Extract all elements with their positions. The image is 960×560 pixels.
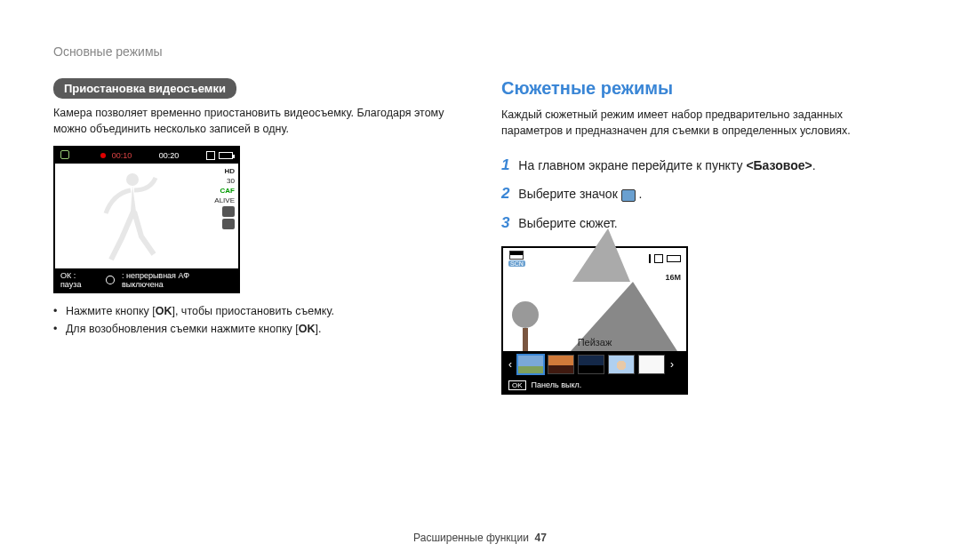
record-dot-icon [100,153,106,158]
bullet-2-text: Для возобновления съемки нажмите кнопку … [66,323,299,335]
section-title: Сюжетные режимы [501,78,907,99]
time-elapsed: 00:10 [112,151,132,160]
step-1-text: На главном экране перейдите к пункту [518,158,746,172]
video-preview: HD 30 CAF ALIVE [55,164,238,268]
left-bullets: Нажмите кнопку [OK], чтобы приостановить… [53,302,459,338]
scn-mode-tag: SCN [508,251,525,267]
time-remaining: 00:20 [159,151,180,160]
step-2: 2 Выберите значок . [501,180,907,208]
section-title-pill: Приостановка видеосъемки [53,78,236,99]
hd-badge: HD [224,167,235,175]
scene-thumb-night[interactable] [578,355,604,374]
bullet-2-text-end: ]. [315,323,321,335]
bullet-2: Для возобновления съемки нажмите кнопку … [53,320,459,338]
storage-bar-icon [649,254,651,263]
alive-badge: ALIVE [214,196,235,204]
battery-icon [219,152,233,159]
panel-off-text: Панель выкл. [532,380,582,389]
step-number: 3 [501,214,509,231]
scene-thumbnail-strip: ‹ › [503,351,686,378]
scn-label: SCN [508,260,525,267]
play-mode-icon [60,150,73,161]
fps-badge: 30 [227,177,235,185]
step-1-bold: <Базовое> [746,158,812,172]
right-paragraph: Каждый сюжетный режим имеет набор предва… [501,108,907,139]
bullet-1-text-end: ], чтобы приостановить съемку. [172,305,333,317]
scene-thumb-text[interactable] [638,355,665,374]
clapper-icon [509,251,524,260]
svg-point-0 [126,173,139,186]
scene-status-bar: OK Панель выкл. [503,378,686,393]
step-2-text: Выберите значок [518,187,620,201]
video-top-bar: 00:10 00:20 [55,148,238,164]
scene-name-label: Пейзаж [578,337,612,348]
step-1-end: . [812,158,816,172]
dancer-silhouette-icon [95,169,166,267]
page-header: Основные режимы [53,44,907,59]
scene-preview: 16M Пейзаж [503,269,686,351]
page-footer: Расширенные функции 47 [0,532,960,544]
step-number: 1 [501,156,509,173]
resolution-badge: 16M [665,273,681,282]
left-column: Приостановка видеосъемки Камера позволяе… [53,78,459,395]
scn-icon [621,189,636,202]
card-icon [206,151,215,160]
step-2-end: . [639,187,643,201]
flower-icon [106,276,115,284]
right-column: Сюжетные режимы Каждый сюжетный режим им… [501,78,907,395]
status-ok-text: ОК : пауза [60,271,99,289]
video-status-bar: ОК : пауза : непрерывная АФ выключена [55,268,238,292]
tree-illustration [512,301,539,351]
step-number: 2 [501,185,509,202]
chevron-left-icon[interactable]: ‹ [507,358,514,371]
video-screen: 00:10 00:20 [53,146,240,293]
footer-page-number: 47 [535,532,547,544]
flash-setting-icon [222,206,235,217]
caf-badge: CAF [220,187,235,195]
ok-label: OK [299,323,316,335]
bullet-1: Нажмите кнопку [OK], чтобы приостановить… [53,302,459,320]
ok-label: OK [156,305,172,317]
scene-thumb-landscape[interactable] [517,355,544,374]
card-icon [654,254,663,263]
mic-setting-icon [222,219,235,229]
scene-thumb-sunset[interactable] [548,355,574,374]
step-1: 1 На главном экране перейдите к пункту <… [501,151,907,180]
status-af-text: : непрерывная АФ выключена [122,271,233,289]
ok-button-hint: OK [508,380,526,390]
battery-icon [667,255,681,262]
scene-thumb-portrait[interactable] [608,355,635,374]
footer-label: Расширенные функции [413,532,529,544]
scene-screen: SCN 16M Пейзаж [501,246,688,395]
bullet-1-text: Нажмите кнопку [ [66,305,156,317]
chevron-right-icon[interactable]: › [668,358,676,371]
step-3: 3 Выберите сюжет. [501,209,907,237]
left-paragraph: Камера позволяет временно приостановить … [53,106,459,137]
